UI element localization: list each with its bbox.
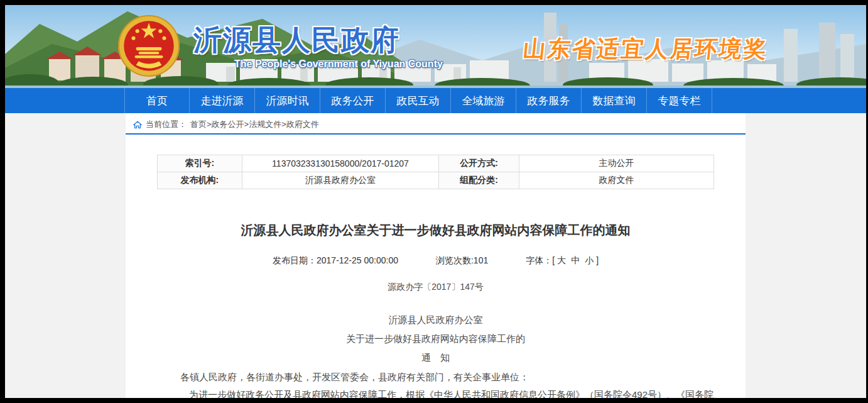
site-title: 沂源县人民政府 — [193, 21, 400, 59]
nav-item-data-query[interactable]: 数据查询 — [582, 88, 647, 113]
nav-item-about[interactable]: 走进沂源 — [190, 88, 255, 113]
header-banner: 沂源县人民政府 The People's Government of Yiyua… — [5, 5, 866, 88]
page: 沂源县人民政府 The People's Government of Yiyua… — [5, 5, 866, 398]
publicity-type-label: 公开方式: — [439, 155, 519, 172]
national-emblem — [117, 14, 181, 78]
table-row: 索引号: 113703233130158000/2017-01207 公开方式:… — [158, 155, 714, 172]
nav-item-gov-info[interactable]: 政务公开 — [320, 88, 386, 113]
document-number: 源政办字〔2017〕147号 — [157, 282, 714, 293]
home-icon — [133, 121, 142, 129]
font-size-label: 字体：[ — [526, 255, 555, 265]
view-count: 浏览次数:101 — [436, 255, 488, 265]
breadcrumb-path[interactable]: 首页>政务公开>法规文件>政府文件 — [190, 119, 319, 130]
nav-item-services[interactable]: 政务服务 — [516, 88, 582, 113]
font-size-large[interactable]: 大 — [557, 255, 566, 265]
publish-date-label: 发布日期： — [273, 255, 317, 265]
nav-item-interaction[interactable]: 政民互动 — [386, 88, 451, 113]
document-area: 索引号: 113703233130158000/2017-01207 公开方式:… — [126, 155, 746, 398]
site-subtitle: The People's Government of Yiyuan County — [234, 58, 443, 70]
index-number-label: 索引号: — [158, 155, 242, 172]
font-size-medium[interactable]: 中 — [571, 255, 580, 265]
nav-item-home[interactable]: 首页 — [124, 88, 190, 113]
content-column: 当前位置： 首页>政务公开>法规文件>政府文件 索引号: 11370323313… — [126, 113, 746, 398]
page-title: 沂源县人民政府办公室关于进一步做好县政府网站内容保障工作的通知 — [157, 222, 714, 239]
publish-date-value: 2017-12-25 00:00:00 — [317, 255, 398, 265]
award-banner-text: 山东省适宜人居环境奖 — [521, 34, 769, 65]
heading-line: 通 知 — [157, 348, 714, 367]
breadcrumb-label: 当前位置： — [146, 119, 187, 130]
table-row: 发布机构: 沂源县政府办公室 组配分类: 政府文件 — [158, 172, 714, 189]
body-paragraph: 为进一步做好政务公开及县政府网站内容保障工作，根据《中华人民共和国政府信息公开条… — [180, 386, 714, 398]
heading-line: 沂源县人民政府办公室 — [157, 311, 714, 329]
index-number-value: 113703233130158000/2017-01207 — [242, 155, 439, 172]
body-paragraph: 各镇人民政府，各街道办事处，开发区管委会，县政府有关部门，有关企事业单位： — [180, 368, 714, 386]
heading-line: 关于进一步做好县政府网站内容保障工作的 — [157, 329, 714, 348]
font-size-bracket-close: ] — [596, 255, 599, 265]
document-heading: 沂源县人民政府办公室 关于进一步做好县政府网站内容保障工作的 通 知 — [157, 311, 714, 367]
article-meta: 发布日期：2017-12-25 00:00:00浏览次数:101字体：[大中小] — [157, 255, 714, 267]
nav-item-news[interactable]: 沂源时讯 — [255, 88, 320, 113]
main-nav: 首页 走进沂源 沂源时讯 政务公开 政民互动 全域旅游 政务服务 数据查询 专题… — [5, 88, 866, 113]
publicity-type-value: 主动公开 — [519, 155, 713, 172]
category-value: 政府文件 — [519, 172, 713, 189]
nav-item-tourism[interactable]: 全域旅游 — [451, 88, 516, 113]
nav-item-special[interactable]: 专题专栏 — [647, 88, 712, 113]
breadcrumb: 当前位置： 首页>政务公开>法规文件>政府文件 — [126, 113, 746, 135]
document-body: 各镇人民政府，各街道办事处，开发区管委会，县政府有关部门，有关企事业单位： 为进… — [157, 368, 714, 398]
font-size-small[interactable]: 小 — [585, 255, 594, 265]
document-info-table: 索引号: 113703233130158000/2017-01207 公开方式:… — [157, 155, 714, 189]
issuing-agency-label: 发布机构: — [158, 172, 242, 189]
category-label: 组配分类: — [439, 172, 519, 189]
issuing-agency-value: 沂源县政府办公室 — [242, 172, 439, 189]
